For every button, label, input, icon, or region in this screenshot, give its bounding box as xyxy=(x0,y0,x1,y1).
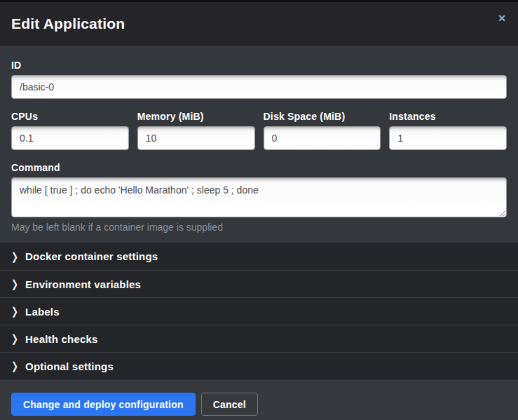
accordion-sections: ❯ Docker container settings ❯ Environmen… xyxy=(0,243,518,379)
section-label: Optional settings xyxy=(25,360,114,372)
disk-field-block: Disk Space (MiB) xyxy=(264,111,381,150)
cancel-button[interactable]: Cancel xyxy=(201,393,258,416)
id-input[interactable] xyxy=(11,75,507,99)
modal-footer: Change and deploy configuration Cancel xyxy=(0,379,518,420)
close-icon[interactable]: ✕ xyxy=(494,11,510,26)
chevron-right-icon: ❯ xyxy=(11,279,18,290)
id-field-block: ID xyxy=(11,60,507,99)
cpus-label: CPUs xyxy=(11,111,129,122)
disk-input[interactable] xyxy=(264,126,381,150)
section-environment-variables[interactable]: ❯ Environment variables xyxy=(0,270,518,297)
modal-title: Edit Application xyxy=(11,15,125,32)
memory-input[interactable] xyxy=(137,126,255,150)
chevron-right-icon: ❯ xyxy=(11,334,18,344)
chevron-right-icon: ❯ xyxy=(11,306,18,317)
memory-label: Memory (MiB) xyxy=(137,111,255,122)
modal-body: ID CPUs Memory (MiB) Disk Space (MiB) In… xyxy=(0,46,518,243)
section-label: Docker container settings xyxy=(25,250,158,262)
disk-label: Disk Space (MiB) xyxy=(264,111,381,122)
section-labels[interactable]: ❯ Labels xyxy=(0,297,518,325)
section-docker-container-settings[interactable]: ❯ Docker container settings xyxy=(0,243,518,270)
instances-label: Instances xyxy=(389,111,507,122)
section-health-checks[interactable]: ❯ Health checks xyxy=(0,325,518,352)
command-label: Command xyxy=(11,162,507,173)
id-label: ID xyxy=(11,60,507,71)
instances-input[interactable] xyxy=(389,126,507,150)
modal-header: Edit Application ✕ xyxy=(0,2,518,46)
instances-field-block: Instances xyxy=(389,111,507,150)
command-field-block: Command while [ true ] ; do echo 'Hello … xyxy=(11,162,507,233)
cpus-input[interactable] xyxy=(11,126,129,150)
section-label: Labels xyxy=(25,306,60,318)
section-label: Environment variables xyxy=(25,278,141,290)
section-label: Health checks xyxy=(25,333,97,345)
cpus-field-block: CPUs xyxy=(11,111,129,150)
command-help-text: May be left blank if a container image i… xyxy=(11,222,507,233)
chevron-right-icon: ❯ xyxy=(11,361,18,372)
edit-application-modal: Edit Application ✕ ID CPUs Memory (MiB) … xyxy=(0,2,518,420)
memory-field-block: Memory (MiB) xyxy=(137,111,255,150)
chevron-right-icon: ❯ xyxy=(11,251,18,262)
change-and-deploy-button[interactable]: Change and deploy configuration xyxy=(11,393,196,416)
command-textarea[interactable]: while [ true ] ; do echo 'Hello Marathon… xyxy=(11,177,507,217)
resources-row: CPUs Memory (MiB) Disk Space (MiB) Insta… xyxy=(11,111,507,150)
section-optional-settings[interactable]: ❯ Optional settings xyxy=(0,352,518,379)
